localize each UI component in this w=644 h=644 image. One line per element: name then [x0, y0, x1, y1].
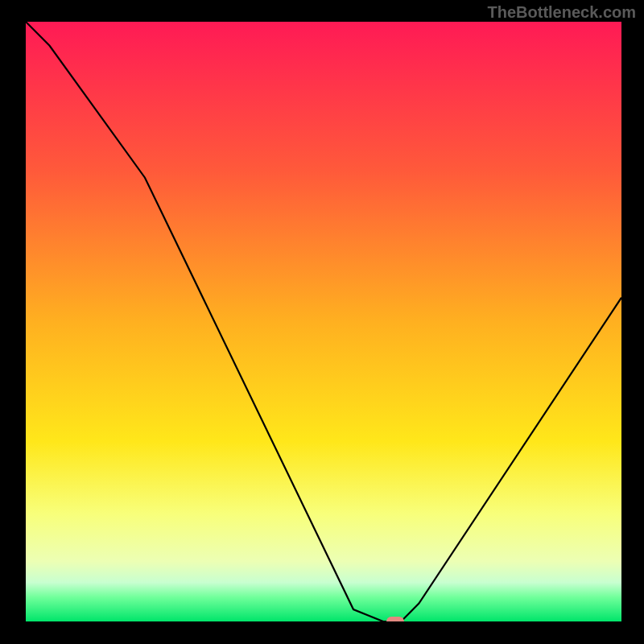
- plot-area: [26, 22, 621, 621]
- chart-container: TheBottleneck.com: [0, 0, 644, 644]
- gradient-background: [26, 22, 621, 621]
- optimal-marker: [386, 617, 404, 621]
- watermark-text: TheBottleneck.com: [488, 3, 636, 22]
- chart-svg: [26, 22, 621, 621]
